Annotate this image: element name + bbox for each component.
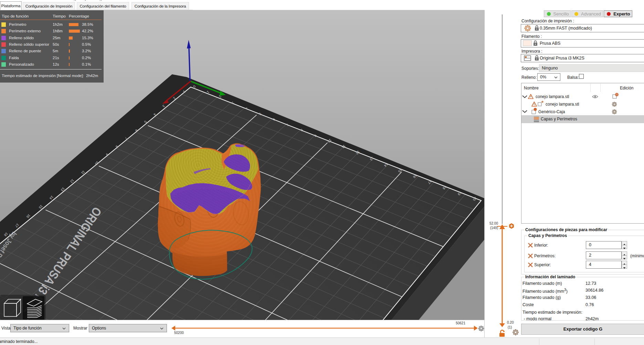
svg-text:Capas y Perímetros: Capas y Perímetros xyxy=(541,117,577,121)
svg-text:50200: 50200 xyxy=(174,331,184,335)
svg-text:(149): (149) xyxy=(490,226,498,230)
svg-text:0.20: 0.20 xyxy=(507,321,514,324)
svg-text:52.00: 52.00 xyxy=(489,222,498,225)
svg-text:Genérico-Caja: Genérico-Caja xyxy=(538,109,565,114)
svg-text:conejo lampara.stl: conejo lampara.stl xyxy=(536,94,569,99)
svg-text:50621: 50621 xyxy=(456,321,465,325)
svg-text:conejo lampara.stl: conejo lampara.stl xyxy=(546,102,579,107)
svg-text:(1): (1) xyxy=(508,325,512,329)
